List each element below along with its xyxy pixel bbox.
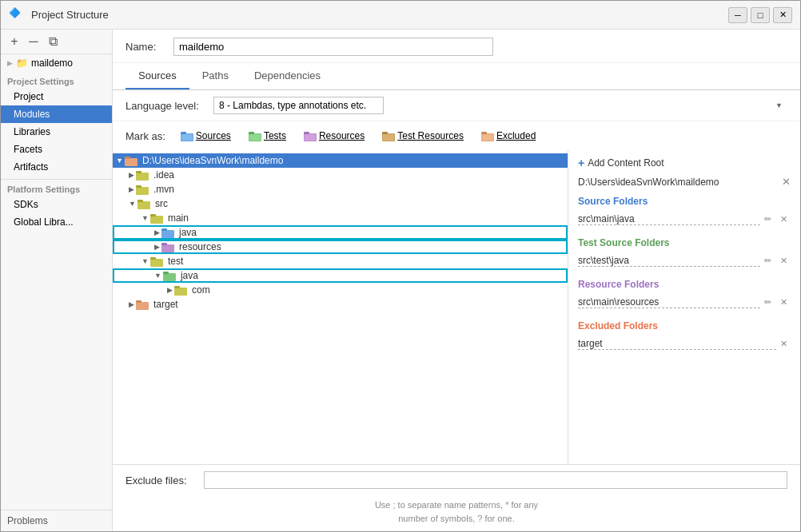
svg-rect-17 <box>136 173 149 181</box>
svg-rect-35 <box>136 302 149 310</box>
window-controls: ─ □ ✕ <box>728 7 792 23</box>
tree-root-row[interactable]: ▼ D:\Users\ideaSvnWork\maildemo <box>113 153 568 168</box>
bottom-bar: Exclude files: <box>113 464 800 495</box>
svg-rect-2 <box>181 134 193 141</box>
close-button[interactable]: ✕ <box>773 7 792 23</box>
excluded-folders-title: Excluded Folders <box>578 320 791 332</box>
svg-rect-22 <box>137 200 143 202</box>
exclude-files-input[interactable] <box>204 471 787 489</box>
resource-folder-actions: ✏ ✕ <box>760 295 791 309</box>
sidebar-item-label: Facets <box>14 144 42 155</box>
sidebar-item-label: Modules <box>14 109 50 120</box>
tab-sources[interactable]: Sources <box>126 63 189 89</box>
tree-mvn-label: .mvn <box>153 184 174 195</box>
svg-rect-27 <box>161 244 174 252</box>
add-content-root-button[interactable]: + Add Content Root <box>578 157 791 169</box>
tree-idea-row[interactable]: ▶ .idea <box>113 168 568 182</box>
module-item-maildemo[interactable]: ▶ 📁 maildemo <box>1 54 112 72</box>
content-area: ▼ D:\Users\ideaSvnWork\maildemo ▶ <box>113 150 800 464</box>
mark-as-row: Mark as: Sources Test <box>113 121 800 150</box>
sidebar-item-facets[interactable]: Facets <box>1 141 112 158</box>
target-folder-icon <box>136 300 149 310</box>
add-content-root-label: Add Content Root <box>588 157 664 169</box>
tree-java-main-label: java <box>179 227 197 238</box>
window-title: Project Structure <box>31 9 728 21</box>
problems-label: Problems <box>7 515 48 526</box>
remove-resource-folder-button[interactable]: ✕ <box>776 295 791 309</box>
tree-main-label: main <box>168 212 189 224</box>
remove-excluded-folder-button[interactable]: ✕ <box>776 336 791 351</box>
sidebar-toolbar: + ─ ⧉ <box>1 30 112 54</box>
copy-module-button[interactable]: ⧉ <box>44 33 62 50</box>
test-dir-folder-icon <box>150 256 163 267</box>
tree-main-row[interactable]: ▼ main <box>113 211 568 225</box>
remove-content-root-button[interactable]: ✕ <box>782 176 791 188</box>
remove-test-source-folder-button[interactable]: ✕ <box>776 253 791 268</box>
sidebar-item-label: Project <box>14 91 43 102</box>
tree-target-row[interactable]: ▶ target <box>113 297 568 312</box>
svg-rect-18 <box>136 171 141 173</box>
resource-folder-entry-0: src\main\resources ✏ ✕ <box>578 293 791 311</box>
tree-test-row[interactable]: ▼ test <box>113 254 568 268</box>
lang-level-row: Language level: 8 - Lambdas, type annota… <box>113 90 800 121</box>
edit-test-source-folder-button[interactable]: ✏ <box>760 253 775 268</box>
minimize-button[interactable]: ─ <box>728 7 747 23</box>
svg-rect-5 <box>249 134 261 141</box>
problems-section[interactable]: Problems <box>1 510 112 531</box>
sidebar-item-global-libs[interactable]: Global Libra... <box>1 213 112 231</box>
svg-rect-32 <box>163 272 169 274</box>
tree-panel[interactable]: ▼ D:\Users\ideaSvnWork\maildemo ▶ <box>113 150 568 464</box>
sidebar-item-label: SDKs <box>14 199 38 210</box>
edit-resource-folder-button[interactable]: ✏ <box>760 295 775 309</box>
tree-mvn-row[interactable]: ▶ .mvn <box>113 182 568 197</box>
tree-resources-label: resources <box>179 241 221 252</box>
mark-as-tests-button[interactable]: Tests <box>241 128 293 144</box>
tree-resources-row[interactable]: ▶ resources <box>113 240 568 254</box>
source-folders-section: Source Folders src\main\java ✏ ✕ <box>578 196 791 228</box>
tab-paths[interactable]: Paths <box>189 63 241 89</box>
mark-as-excluded-button[interactable]: Excluded <box>474 128 543 144</box>
maximize-button[interactable]: □ <box>751 7 770 23</box>
project-settings-label: Project Settings <box>1 72 112 88</box>
excluded-folders-section: Excluded Folders target ✕ <box>578 320 791 352</box>
name-input[interactable] <box>173 38 493 56</box>
idea-folder-icon <box>136 170 149 181</box>
content-root-path-text: D:\Users\ideaSvnWork\maildemo <box>578 177 719 188</box>
sidebar-item-libraries[interactable]: Libraries <box>1 123 112 141</box>
sidebar-item-artifacts[interactable]: Artifacts <box>1 158 112 176</box>
tree-com-row[interactable]: ▶ com <box>113 283 568 297</box>
tabs-row: Sources Paths Dependencies <box>113 63 800 90</box>
tree-java-main-row[interactable]: ▶ java <box>113 225 568 240</box>
svg-rect-23 <box>150 216 163 224</box>
sidebar-item-project[interactable]: Project <box>1 88 112 105</box>
main-folder-icon <box>150 213 163 224</box>
lang-level-label: Language level: <box>126 100 205 112</box>
name-label: Name: <box>126 41 165 53</box>
mark-as-test-resources-button[interactable]: Test Resources <box>375 128 471 144</box>
root-folder-icon <box>125 156 137 166</box>
tab-dependencies[interactable]: Dependencies <box>241 63 333 89</box>
tree-java-test-row[interactable]: ▼ java <box>113 268 568 283</box>
svg-rect-33 <box>174 288 187 296</box>
lang-level-select[interactable]: 8 - Lambdas, type annotations etc. <box>213 97 384 114</box>
remove-source-folder-button[interactable]: ✕ <box>776 212 791 226</box>
resources-folder-icon <box>304 131 317 141</box>
remove-module-button[interactable]: ─ <box>25 33 42 50</box>
source-folder-actions: ✏ ✕ <box>760 212 791 226</box>
svg-rect-20 <box>136 185 141 188</box>
test-source-folder-path: src\test\java <box>578 255 760 267</box>
mark-as-resources-button[interactable]: Resources <box>297 128 372 144</box>
edit-source-folder-button[interactable]: ✏ <box>760 212 775 226</box>
mark-as-sources-button[interactable]: Sources <box>173 128 238 144</box>
svg-rect-31 <box>163 273 176 281</box>
folder-icon: 📁 <box>16 58 28 69</box>
tree-src-row[interactable]: ▼ src <box>113 197 568 211</box>
right-panel: Name: Sources Paths Dependencies Languag… <box>113 30 800 531</box>
sidebar-item-label: Libraries <box>14 126 50 137</box>
sidebar-item-modules[interactable]: Modules <box>1 105 112 123</box>
svg-rect-8 <box>305 134 316 141</box>
sidebar-item-sdks[interactable]: SDKs <box>1 196 112 213</box>
content-root-path: D:\Users\ideaSvnWork\maildemo ✕ <box>578 176 791 188</box>
tree-target-label: target <box>153 299 178 310</box>
add-module-button[interactable]: + <box>6 33 23 50</box>
